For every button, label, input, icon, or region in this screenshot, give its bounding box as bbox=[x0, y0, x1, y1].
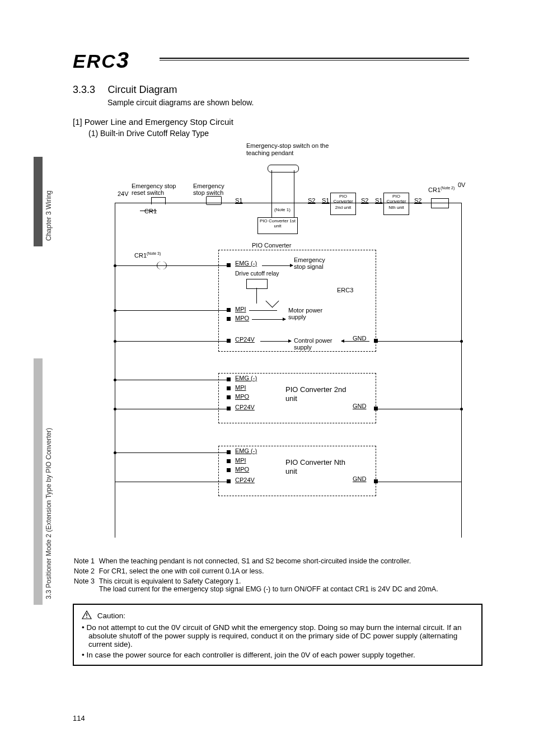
circuit-diagram: Emergency-stop switch on the teaching pe… bbox=[73, 142, 470, 551]
wire-gnd-3 bbox=[378, 482, 462, 482]
caution-header: Caution: bbox=[82, 610, 474, 621]
label-erc3: ERC3 bbox=[337, 287, 353, 293]
label-s1-a: S1 bbox=[235, 197, 242, 204]
term-mpo-2 bbox=[227, 395, 231, 399]
term-mpi-3 bbox=[227, 459, 231, 463]
wire-pendant-left bbox=[271, 170, 272, 203]
term-emg-2 bbox=[227, 377, 231, 381]
label-estop-pendant: Emergency-stop switch on the teaching pe… bbox=[246, 142, 330, 157]
wire-mpi-1 bbox=[115, 310, 227, 311]
wire-top bbox=[115, 203, 462, 203]
subsection-subheading: (1) Built-in Drive Cutoff Relay Type bbox=[88, 129, 470, 138]
label-pio-converter-main: PIO Converter bbox=[252, 242, 291, 249]
label-cp24v-2: CP24V bbox=[235, 404, 255, 410]
term-mpi-1 bbox=[227, 308, 231, 312]
wire-emg-3 bbox=[115, 452, 227, 453]
term-gnd-1 bbox=[374, 339, 378, 343]
term-cp24v-1 bbox=[227, 339, 231, 343]
header-rule-2 bbox=[160, 60, 469, 60]
label-cr1-note3-text: CR1 bbox=[134, 252, 147, 259]
side-label-chapter: Chapter 3 Wiring bbox=[45, 190, 53, 241]
pendant-switch-symbol bbox=[268, 165, 299, 172]
label-cp24v-3: CP24V bbox=[235, 477, 255, 483]
note-3-text: This circuit is equivalent to Safety Cat… bbox=[99, 577, 241, 585]
label-ctrl-ps: Control power supply bbox=[294, 337, 339, 351]
caution-bullet-1: • Do not attempt to cut the 0V circuit o… bbox=[82, 623, 474, 648]
node-left-4 bbox=[114, 379, 116, 381]
logo-brand: ERC bbox=[73, 50, 116, 72]
label-mpi-3: MPI bbox=[235, 457, 246, 464]
box-pio-2nd-label: 2nd unit bbox=[331, 206, 355, 211]
node-left-3 bbox=[114, 340, 116, 343]
section-subtitle: Sample circuit diagrams are shown below. bbox=[107, 98, 470, 107]
wire-relay-down bbox=[256, 288, 257, 304]
wire-emg-row bbox=[115, 265, 227, 266]
caution-title: Caution: bbox=[97, 612, 125, 620]
term-emg-1 bbox=[227, 263, 231, 267]
wire-cp24v-1 bbox=[115, 341, 227, 342]
label-mpo-3: MPO bbox=[235, 466, 249, 473]
box-pio-2nd-top: PIO Converter 2nd unit bbox=[330, 193, 356, 215]
term-cp24v-2 bbox=[227, 407, 231, 410]
subsection-heading: [1] Power Line and Emergency Stop Circui… bbox=[73, 117, 470, 127]
label-drive-cutoff: Drive cutoff relay bbox=[235, 270, 279, 277]
label-mpo-1: MPO bbox=[235, 315, 249, 321]
label-note1-small: (Note 1) bbox=[274, 207, 291, 212]
label-s2-c: S2 bbox=[414, 197, 421, 204]
label-pio-nth: PIO Converter Nth unit bbox=[285, 458, 347, 475]
section-title: Circuit Diagram bbox=[108, 84, 177, 96]
label-0v: 0V bbox=[458, 181, 465, 188]
wire-pio1-r bbox=[294, 203, 294, 217]
note-2-text: For CR1, select the one with coil curren… bbox=[99, 567, 442, 576]
node-left-6 bbox=[114, 451, 116, 454]
cr1-coil-symbol bbox=[431, 198, 449, 208]
label-24v: 24V bbox=[118, 190, 129, 197]
notes-block: Note 1 When the teaching pendant is not … bbox=[73, 556, 470, 595]
side-tab-dark bbox=[34, 157, 43, 246]
label-emg-2: EMG (-) bbox=[235, 375, 257, 381]
caution-b2-text: In case the power source for each contro… bbox=[86, 651, 415, 659]
warning-icon bbox=[82, 610, 92, 621]
bus-right bbox=[461, 203, 462, 538]
node-left-2 bbox=[114, 309, 116, 312]
box-pio-label-a: PIO Converter bbox=[331, 194, 355, 204]
label-cr1-coil-text: CR1 bbox=[428, 186, 441, 193]
wire-emg-2 bbox=[115, 380, 227, 380]
label-cr1-left: CR1 bbox=[144, 208, 157, 214]
label-cr1-coil-sup: (Note 2) bbox=[441, 186, 455, 190]
node-left-1 bbox=[114, 264, 116, 267]
note-row-2: Note 2 For CR1, select the one with coil… bbox=[74, 567, 442, 576]
node-left-5 bbox=[114, 408, 116, 410]
term-gnd-3 bbox=[374, 479, 378, 483]
arrow-estop-signal bbox=[262, 265, 293, 266]
section-number: 3.3.3 bbox=[73, 84, 95, 96]
term-emg-3 bbox=[227, 450, 231, 454]
note-1-text: When the teaching pendant is not connect… bbox=[99, 557, 442, 566]
node-right-2 bbox=[460, 408, 463, 410]
label-mpi-2: MPI bbox=[235, 384, 246, 391]
note-1-label: Note 1 bbox=[74, 557, 98, 566]
arrow-ctrl-ps bbox=[260, 341, 291, 342]
box-pio-nth-top: PIO Converter Nth unit bbox=[383, 193, 409, 215]
wire-mpi-to-relay bbox=[249, 310, 277, 311]
wire-gnd-2 bbox=[378, 409, 462, 409]
logo: ERC3 bbox=[73, 48, 130, 73]
label-estop-switch: Emergency stop switch bbox=[193, 183, 232, 196]
term-cp24v-3 bbox=[227, 479, 231, 483]
term-mpo-1 bbox=[227, 317, 231, 321]
note-row-3: Note 3 This circuit is equivalent to Saf… bbox=[74, 577, 442, 594]
note-2-label: Note 2 bbox=[74, 567, 98, 576]
label-gnd-1: GND bbox=[353, 335, 366, 342]
bus-left bbox=[115, 203, 115, 538]
caution-bullet-2: • In case the power source for each cont… bbox=[82, 651, 474, 659]
side-tab-light bbox=[34, 358, 43, 605]
label-emg-3: EMG (-) bbox=[235, 447, 257, 454]
label-s1-b: S1 bbox=[322, 197, 329, 204]
svg-point-2 bbox=[86, 617, 87, 618]
node-right-1 bbox=[460, 340, 463, 343]
content-area: 3.3.3 Circuit Diagram Sample circuit dia… bbox=[73, 84, 470, 666]
notes-table: Note 1 When the teaching pendant is not … bbox=[73, 556, 443, 595]
label-gnd-2: GND bbox=[353, 403, 366, 409]
term-mpi-2 bbox=[227, 386, 231, 390]
label-s2-a: S2 bbox=[308, 197, 315, 204]
